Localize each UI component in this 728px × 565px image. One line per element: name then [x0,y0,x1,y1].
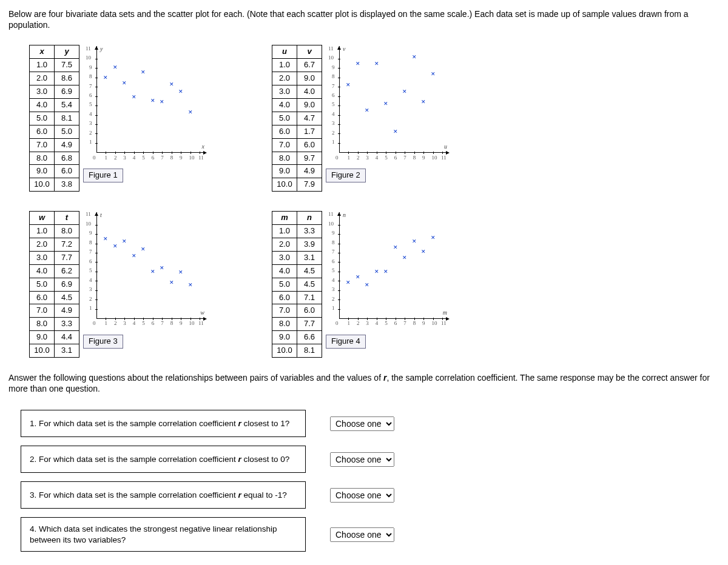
table-row: 4.04.5 [272,264,322,278]
col-x: x [30,45,55,59]
x-axis-label: x [202,142,204,150]
data-point: ✕ [393,244,398,252]
data-point: ✕ [141,246,146,253]
table-row: 5.06.9 [30,278,79,291]
figures-grid: xy1.07.52.08.63.06.94.05.45.08.16.05.07.… [29,45,720,358]
table-row: 8.07.7 [272,318,322,331]
figure-panel-fig4: mn1.03.32.03.93.03.14.04.55.04.56.07.17.… [272,211,490,358]
col-n: n [297,212,322,225]
data-point: ✕ [132,94,136,101]
table-row: 9.04.4 [30,331,79,344]
data-point: ✕ [122,239,127,246]
table-row: 4.05.4 [30,98,79,112]
data-point: ✕ [383,269,388,276]
questions-table: 1. For which data set is the sample corr… [21,410,473,552]
data-table: xy1.07.52.08.63.06.94.05.45.08.16.05.07.… [29,45,79,192]
table-row: 2.09.0 [272,72,322,85]
table-row: 5.04.5 [272,278,322,291]
data-table: wt1.08.02.07.23.07.74.06.25.06.96.04.57.… [29,211,79,358]
question-text: 1. For which data set is the sample corr… [21,410,306,437]
data-point: ✕ [103,236,108,243]
data-point: ✕ [169,280,174,287]
data-point: ✕ [188,282,193,289]
data-point: ✕ [383,101,388,108]
table-row: 6.01.7 [272,125,322,138]
arrow-right-icon [446,317,450,321]
data-point: ✕ [141,69,146,76]
table-row: 4.06.2 [30,264,79,278]
figure-label: Figure 4 [326,335,366,349]
data-point: ✕ [150,269,155,276]
y-axis-label: y [100,45,103,53]
col-t: t [55,212,79,225]
data-table: uv1.06.72.09.03.04.04.09.05.04.76.01.77.… [272,45,322,192]
answer-select-3[interactable]: Choose one [330,488,394,503]
data-point: ✕ [178,270,183,277]
x-axis-label: m [443,309,447,316]
question-text: 4. Which data set indicates the stronges… [21,518,306,552]
data-point: ✕ [113,243,118,250]
table-row: 5.04.7 [272,112,322,125]
y-axis-label: v [343,45,345,53]
table-row: 2.07.2 [30,238,79,251]
data-point: ✕ [365,107,369,115]
data-point: ✕ [421,99,426,106]
table-row: 8.09.7 [272,152,322,165]
table-row: 3.07.7 [30,251,79,264]
table-row: 8.06.8 [30,152,79,165]
col-w: w [30,212,55,225]
table-row: 7.06.0 [272,304,322,318]
data-point: ✕ [169,81,174,89]
data-point: ✕ [431,235,436,242]
table-row: 1.08.0 [30,225,79,238]
data-table: mn1.03.32.03.93.03.14.04.55.04.56.07.17.… [272,211,322,358]
question-text: 2. For which data set is the sample corr… [21,446,306,473]
table-row: 9.06.0 [30,165,79,178]
data-point: ✕ [374,61,379,68]
col-u: u [272,45,297,59]
table-row: 3.06.9 [30,85,79,99]
data-point: ✕ [393,129,398,136]
y-axis-label: t [100,211,102,219]
table-row: 6.05.0 [30,125,79,138]
table-row: 9.06.6 [272,331,322,344]
answer-select-1[interactable]: Choose one [330,416,394,431]
table-row: 7.04.9 [30,304,79,318]
figure-panel-fig2: uv1.06.72.09.03.04.04.09.05.04.76.01.77.… [272,45,490,192]
data-point: ✕ [132,253,136,260]
data-point: ✕ [178,89,183,96]
data-point: ✕ [122,80,127,87]
data-point: ✕ [160,99,164,106]
scatter-plot: 112233445566778899101011110mn✕✕✕✕✕✕✕✕✕✕ [326,211,447,332]
table-row: 3.04.0 [272,85,322,99]
instruction-text: Answer the following questions about the… [8,372,720,394]
table-row: 10.03.1 [30,344,79,358]
scatter-plot: 112233445566778899101011110uv✕✕✕✕✕✕✕✕✕✕ [326,45,447,166]
data-point: ✕ [374,269,379,276]
arrow-right-icon [203,317,207,321]
data-point: ✕ [188,109,193,116]
data-point: ✕ [412,239,417,246]
data-point: ✕ [402,89,407,96]
scatter-plot: 112233445566778899101011110wt✕✕✕✕✕✕✕✕✕✕ [83,211,204,332]
x-axis-label: u [444,142,447,150]
answer-select-4[interactable]: Choose one [330,527,394,542]
arrow-right-icon [203,151,207,155]
data-point: ✕ [160,265,164,272]
col-m: m [272,212,297,225]
col-y: y [55,45,79,59]
answer-select-2[interactable]: Choose one [330,452,394,467]
data-point: ✕ [431,71,436,78]
col-v: v [297,45,322,59]
question-text: 3. For which data set is the sample corr… [21,482,306,509]
data-point: ✕ [402,255,407,262]
figure-panel-fig1: xy1.07.52.08.63.06.94.05.45.08.16.05.07.… [29,45,248,192]
table-row: 1.06.7 [272,59,322,72]
figure-label: Figure 3 [83,335,123,349]
scatter-plot: 112233445566778899101011110xy✕✕✕✕✕✕✕✕✕✕ [83,45,204,166]
table-row: 3.03.1 [272,251,322,264]
figure-label: Figure 1 [83,169,123,182]
arrow-right-icon [446,151,450,155]
table-row: 1.03.3 [272,225,322,238]
data-point: ✕ [356,61,360,68]
